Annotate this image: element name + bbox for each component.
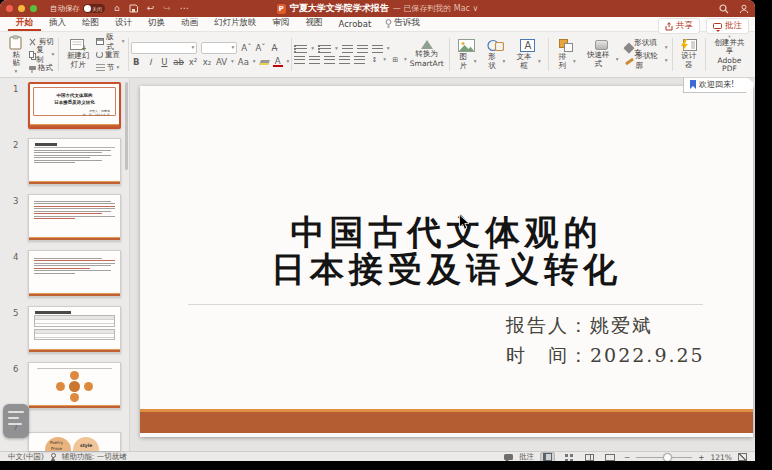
zoom-in-button[interactable]: + — [698, 453, 704, 462]
share-button[interactable]: 共享 — [658, 18, 700, 34]
zoom-window-button[interactable] — [30, 5, 37, 12]
text-highlight-icon[interactable] — [259, 60, 270, 65]
increase-indent-icon[interactable] — [357, 45, 368, 53]
align-center-icon[interactable] — [309, 56, 320, 64]
save-status[interactable]: — 已保存到我的 Mac ∨ — [393, 3, 479, 14]
save-icon[interactable] — [129, 4, 138, 13]
more-toolbar-icon[interactable]: ⋯ — [180, 4, 189, 13]
fit-slide-to-window-icon[interactable] — [738, 453, 747, 461]
welcome-back-callout[interactable]: 欢迎回来! — [683, 78, 755, 93]
decrease-font-button[interactable]: Aˇ — [255, 44, 265, 53]
justify-icon[interactable] — [339, 56, 350, 64]
zoom-level[interactable]: 121% — [711, 453, 732, 462]
arrange-button[interactable]: 排列▾ — [553, 38, 579, 71]
thumbnail-slide-7[interactable]: Poetry Prose style — [28, 432, 121, 451]
search-icon[interactable] — [719, 4, 729, 14]
accessibility-status[interactable]: 辅助功能: 一切就绪 — [62, 452, 127, 461]
reset-button[interactable]: 重置 — [96, 49, 124, 61]
change-case-button[interactable]: Aa — [238, 58, 249, 67]
tab-acrobat[interactable]: Acrobat — [331, 18, 380, 31]
textbox-button[interactable]: A 文本框▾ — [511, 38, 544, 71]
tab-slideshow[interactable]: 幻灯片放映 — [206, 16, 265, 31]
underline-glyph: U — [161, 57, 167, 67]
new-slide-button[interactable]: + 新建幻灯片 — [63, 38, 93, 70]
tab-view[interactable]: 视图 — [298, 16, 331, 31]
bullets-icon[interactable] — [294, 45, 307, 53]
minimize-window-button[interactable] — [18, 5, 25, 12]
zoom-slider-thumb[interactable] — [663, 453, 672, 462]
section-button[interactable]: 节▾ — [96, 62, 124, 74]
font-color-button[interactable]: A — [273, 57, 283, 68]
slide-nav-overlay[interactable] — [3, 404, 29, 438]
zoom-out-button[interactable]: − — [624, 453, 630, 462]
picture-button[interactable]: 图片▾ — [454, 38, 480, 71]
comments-status-icon[interactable] — [504, 454, 513, 460]
tab-draw[interactable]: 绘图 — [74, 16, 107, 31]
superscript-button[interactable]: x² — [188, 58, 198, 67]
thumbnail-slide-3[interactable] — [28, 194, 121, 241]
reading-view-button[interactable] — [582, 452, 597, 461]
tab-animations[interactable]: 动画 — [173, 16, 206, 31]
thumbnail-slide-4[interactable] — [28, 250, 121, 297]
clear-formatting-button[interactable]: A̶ — [270, 44, 280, 53]
add-columns-icon[interactable] — [354, 56, 365, 64]
thumbnail-slide-2[interactable] — [28, 138, 121, 185]
language-status[interactable]: 中文(中国) — [8, 452, 44, 461]
autosave-toggle[interactable]: 关闭 — [83, 4, 105, 13]
character-spacing-button[interactable]: AV — [216, 58, 227, 67]
redo-icon[interactable]: ↪ — [163, 4, 171, 13]
thumbnail-slide-6[interactable] — [28, 362, 121, 409]
bold-button[interactable]: B — [131, 58, 141, 67]
zoom-slider[interactable] — [636, 457, 692, 458]
smartart-label-1: 转换为 — [416, 50, 439, 59]
autosave-state-label: 关闭 — [92, 6, 102, 12]
paste-button[interactable]: 粘贴 ▾ — [6, 34, 26, 76]
tab-insert[interactable]: 插入 — [41, 16, 74, 31]
home-icon[interactable]: ⌂ — [114, 4, 120, 13]
strikethrough-button[interactable]: ab — [173, 58, 184, 67]
thumbnail-slide-5[interactable] — [28, 306, 121, 353]
tab-review[interactable]: 审阅 — [265, 16, 298, 31]
font-name-combobox[interactable]: ▾ — [131, 42, 197, 54]
align-right-icon[interactable] — [324, 56, 335, 64]
comments-status-label[interactable]: 批注 — [519, 452, 534, 461]
tell-me-button[interactable]: 告诉我 — [379, 16, 426, 31]
autosave-control[interactable]: 自动保存 关闭 — [50, 4, 105, 14]
format-painter-button[interactable]: 格式 — [29, 62, 54, 74]
align-left-icon[interactable] — [294, 56, 305, 64]
close-window-button[interactable] — [6, 5, 13, 12]
convert-to-smartart-button[interactable]: 转换为 SmartArt — [407, 34, 447, 75]
font-size-combobox[interactable]: ▾ — [201, 42, 237, 54]
text-direction-button[interactable]: ↕ — [369, 57, 379, 64]
subscript-button[interactable]: x₂ — [202, 58, 212, 67]
thumbnail-slide-1[interactable]: 中国古代文体观的 日本接受及语义转化 报告人：姚爱斌 时 间：2022.9.25 — [28, 82, 121, 129]
tab-design[interactable]: 设计 — [107, 16, 140, 31]
shapes-button[interactable]: 形状▾ — [482, 38, 508, 71]
quick-styles-button[interactable]: 快速样式▾ — [582, 39, 622, 69]
normal-view-button[interactable] — [540, 452, 555, 461]
tab-home[interactable]: 开始 — [8, 16, 41, 31]
shape-outline-button[interactable]: 形状轮廓▾ — [625, 55, 668, 67]
comments-button[interactable]: 批注 — [706, 18, 749, 34]
align-text-button[interactable]: ⊞ — [390, 57, 400, 64]
numbering-icon[interactable] — [318, 45, 331, 53]
copy-button[interactable]: 复制▾ — [29, 49, 54, 61]
slide-title-text[interactable]: 中国古代文体观的 日本接受及语义转化 — [140, 214, 753, 287]
slide-canvas[interactable]: 中国古代文体观的 日本接受及语义转化 报告人：姚爱斌 时 间：2022.9.25 — [140, 86, 753, 437]
thumbnail-scrollbar[interactable] — [125, 82, 128, 170]
decrease-indent-icon[interactable] — [342, 45, 353, 53]
undo-icon[interactable]: ↩ — [147, 4, 155, 13]
designer-button[interactable]: 设计器 — [675, 34, 703, 75]
account-icon[interactable] — [739, 4, 749, 14]
slide-subtitle-text[interactable]: 报告人：姚爱斌 时 间：2022.9.25 — [506, 310, 705, 370]
tab-transitions[interactable]: 切换 — [140, 16, 173, 31]
increase-font-button[interactable]: Aˆ — [241, 44, 251, 53]
italic-button[interactable]: I — [145, 58, 155, 67]
slideshow-view-button[interactable] — [603, 452, 618, 461]
underline-button[interactable]: U — [159, 58, 169, 67]
slide-sorter-view-button[interactable] — [561, 452, 576, 461]
create-pdf-button[interactable]: 创建并共享 Adobe PDF — [708, 34, 751, 75]
layout-button[interactable]: 版式▾ — [96, 36, 124, 48]
slide-editor-area[interactable]: 中国古代文体观的 日本接受及语义转化 报告人：姚爱斌 时 间：2022.9.25… — [130, 78, 755, 451]
line-spacing-icon[interactable] — [372, 45, 383, 53]
